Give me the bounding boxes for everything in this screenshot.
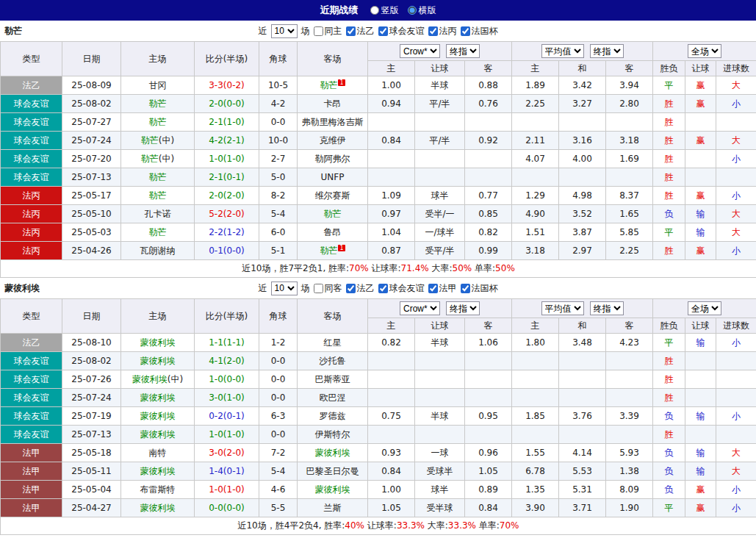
odds-group-header: 平均值终指 (512, 42, 653, 61)
away-team: 维尔赛斯 (298, 187, 368, 205)
average-stage-select[interactable]: 终指 (590, 301, 624, 315)
match-date: 25-08-02 (62, 352, 121, 370)
bookmaker-select[interactable]: Crow* (400, 44, 440, 58)
column-header: 日期 (62, 299, 121, 334)
odds-value (512, 168, 559, 187)
layout-option-1[interactable]: 横版 (408, 4, 436, 17)
league-filter-checkbox[interactable]: 法丙 (428, 25, 457, 37)
league-type-badge: 法甲 (1, 462, 62, 481)
league-filter-label: 法国杯 (472, 282, 498, 295)
odds-value: 4.00 (559, 150, 606, 168)
match-date: 25-07-27 (62, 113, 121, 132)
league-filter-checkbox-input[interactable] (461, 284, 470, 293)
odds-value (368, 426, 415, 444)
match-date: 25-07-13 (62, 426, 121, 444)
summary-segment: 50% (495, 263, 515, 273)
result-value (685, 113, 716, 132)
horizontal-layout-radio[interactable] (408, 6, 417, 15)
league-filter-checkbox-input[interactable] (428, 284, 438, 293)
odds-value: 1.55 (512, 444, 559, 462)
away-team-name: 勒芒 (320, 80, 337, 90)
same-venue-checkbox[interactable]: 同主 (314, 25, 342, 37)
match-date: 25-07-19 (62, 407, 121, 426)
same-venue-checkbox-input[interactable] (314, 284, 323, 293)
results-table: 类型日期主场比分(半场)角球客场Crow*终指平均值终指全场主让球客主和客胜负让… (0, 41, 756, 278)
home-team: 蒙彼利埃 (121, 352, 195, 370)
league-filter-checkbox[interactable]: 法乙 (346, 25, 375, 37)
result-value (716, 168, 756, 187)
home-team: 布雷斯特 (121, 481, 195, 499)
fulltime-scope-select[interactable]: 全场 (688, 44, 721, 58)
summary-segment: 33.3% (397, 520, 425, 531)
league-filter-checkbox-input[interactable] (461, 26, 470, 36)
average-select[interactable]: 平均值 (541, 301, 584, 315)
match-row: 法丙25-04-26瓦朗谢纳0-1(0-0)5-1勒芒10.87受平/半0.99… (1, 242, 756, 260)
odds-group-selects: Crow*终指 (370, 301, 510, 315)
league-filter-checkbox[interactable]: 法国杯 (461, 282, 498, 295)
league-filter-checkbox[interactable]: 球会友谊 (378, 25, 425, 37)
odds-value (512, 426, 559, 444)
league-filter-checkbox[interactable]: 法甲 (428, 282, 457, 295)
odds-value: 1.38 (606, 462, 653, 481)
odds-value: 4.90 (512, 205, 559, 223)
odds-value: 4.23 (606, 334, 653, 352)
away-team: 伊斯特尔 (298, 426, 368, 444)
match-row: 球会友谊25-07-13勒芒2-1(0-1)5-0UNFP胜 (1, 168, 756, 187)
league-type-badge: 法乙 (1, 76, 62, 95)
away-team-name: 罗德兹 (320, 411, 346, 421)
odds-value (465, 352, 512, 370)
result-value (716, 352, 756, 370)
league-filter-checkbox[interactable]: 法乙 (346, 282, 375, 295)
summary-row: 近10场，胜4平2负4, 胜率:40% 让球率:33.3% 大率:33.3% 单… (1, 517, 756, 535)
odds-value (606, 352, 653, 370)
bookmaker-stage-select[interactable]: 终指 (446, 301, 480, 315)
column-header: 主场 (121, 299, 195, 334)
match-score: 1-0(1-0) (195, 481, 259, 499)
layout-option-0[interactable]: 竖版 (370, 4, 399, 17)
home-team-name: 瓦朗谢纳 (140, 245, 176, 256)
home-team-neutral-suffix: (中) (168, 374, 183, 384)
match-count-select[interactable]: 10 (271, 281, 298, 295)
odds-value (415, 370, 465, 389)
bookmaker-stage-select[interactable]: 终指 (446, 44, 480, 58)
league-filter-checkbox-input[interactable] (346, 284, 356, 293)
bookmaker-select[interactable]: Crow* (400, 301, 440, 315)
odds-value: 受半球 (415, 499, 465, 517)
odds-value: 球半 (415, 481, 465, 499)
league-filter-checkbox[interactable]: 球会友谊 (378, 282, 425, 295)
result-value (685, 389, 716, 407)
vertical-layout-radio[interactable] (370, 6, 379, 15)
result-value: 输 (685, 334, 716, 352)
league-filter-label: 法甲 (439, 282, 457, 295)
league-filter-checkbox-input[interactable] (346, 26, 356, 36)
league-filter-checkbox-input[interactable] (378, 26, 388, 36)
match-count-select[interactable]: 10 (271, 24, 298, 38)
away-team: 蒙彼利埃 (298, 444, 368, 462)
odds-value: 0.87 (368, 242, 415, 260)
same-venue-checkbox[interactable]: 同客 (314, 282, 342, 295)
match-row: 球会友谊25-08-02勒芒2-0(0-0)4-2卡昂0.94平/半0.762.… (1, 95, 756, 113)
odds-value: 3.18 (606, 132, 653, 150)
odds-value: 2.25 (512, 95, 559, 113)
corner-score: 0-0 (259, 113, 298, 132)
same-venue-checkbox-input[interactable] (314, 26, 323, 36)
summary-segment: 40% (345, 520, 364, 531)
league-filter-checkbox[interactable]: 法国杯 (461, 25, 498, 37)
fulltime-scope-select[interactable]: 全场 (688, 301, 721, 315)
odds-value: 0.82 (368, 334, 415, 352)
odds-value (606, 168, 653, 187)
league-filter-checkbox-input[interactable] (378, 284, 388, 293)
league-type-badge: 球会友谊 (1, 426, 62, 444)
odds-value: 0.84 (368, 132, 415, 150)
summary-segment: 50% (453, 263, 472, 273)
result-value (716, 113, 756, 132)
layout-options: 竖版横版 (370, 4, 436, 17)
odds-value: 1.65 (606, 205, 653, 223)
average-select[interactable]: 平均值 (541, 44, 584, 58)
league-filter-checkbox-input[interactable] (428, 26, 438, 36)
result-value: 赢 (685, 499, 716, 517)
corner-score: 5-4 (259, 462, 298, 481)
match-date: 25-04-27 (62, 499, 121, 517)
odds-value: 1.00 (368, 76, 415, 95)
average-stage-select[interactable]: 终指 (590, 44, 624, 58)
